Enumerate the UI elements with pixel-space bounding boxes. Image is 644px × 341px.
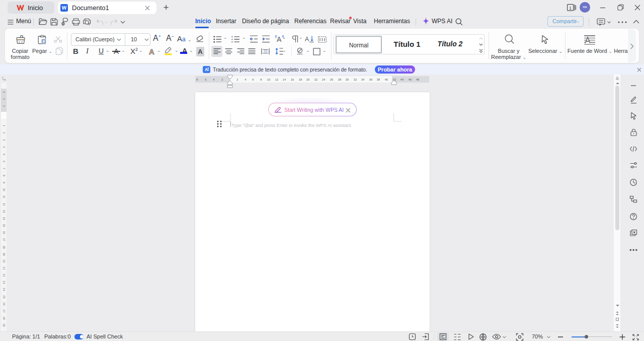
svg-text:1: 1 [569, 6, 572, 11]
svg-text:A: A [277, 35, 282, 43]
svg-text:<>: <> [264, 49, 268, 53]
svg-text:A: A [205, 67, 208, 72]
svg-text:A: A [149, 47, 154, 56]
svg-text:A: A [305, 36, 309, 43]
